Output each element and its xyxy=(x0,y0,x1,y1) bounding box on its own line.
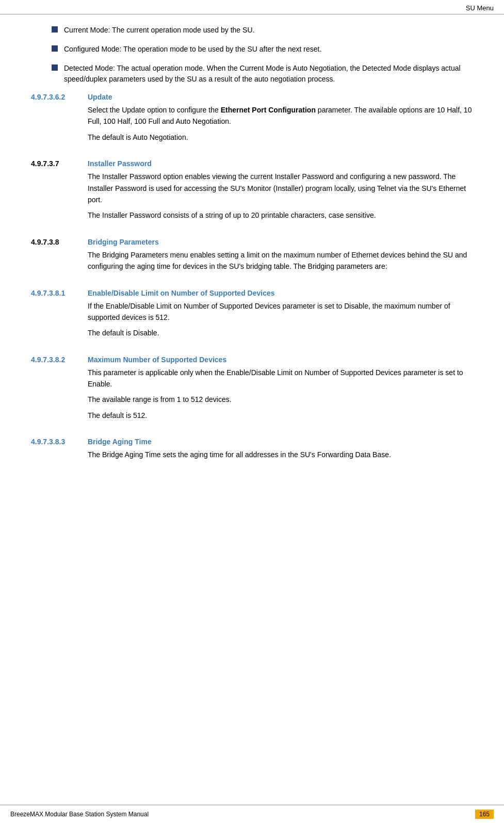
bullet-configured-mode: Configured Mode: The operation mode to b… xyxy=(31,44,473,55)
section-body-enable-disable-1: If the Enable/Disable Limit on Number of… xyxy=(88,300,473,324)
bullet-current-mode: Current Mode: The current operation mode… xyxy=(31,25,473,36)
section-number-4-9-7-3-8-2: 4.9.7.3.8.2 xyxy=(31,356,77,426)
bullet-icon-2 xyxy=(52,45,58,52)
section-body-max-devices-2: The available range is from 1 to 512 dev… xyxy=(88,394,473,405)
section-4-9-7-3-7: 4.9.7.3.7 Installer Password The Install… xyxy=(31,159,473,225)
section-body-installer-2: The Installer Password consists of a str… xyxy=(88,209,473,221)
section-content-bridge-aging: Bridge Aging Time The Bridge Aging Time … xyxy=(88,438,473,464)
footer-page-number: 165 xyxy=(475,810,494,819)
page-header-title: SU Menu xyxy=(466,4,494,12)
section-content-installer: Installer Password The Installer Passwor… xyxy=(88,159,473,225)
section-title-bridge-aging: Bridge Aging Time xyxy=(88,438,473,446)
section-4-9-7-3-8-2: 4.9.7.3.8.2 Maximum Number of Supported … xyxy=(31,356,473,426)
bullet-text-2: Configured Mode: The operation mode to b… xyxy=(64,44,321,55)
section-4-9-7-3-8: 4.9.7.3.8 Bridging Parameters The Bridgi… xyxy=(31,238,473,277)
section-4-9-7-3-6-2: 4.9.7.3.6.2 Update Select the Update opt… xyxy=(31,93,473,147)
section-body-max-devices-3: The default is 512. xyxy=(88,410,473,421)
section-body-update-1: Select the Update option to configure th… xyxy=(88,104,473,127)
section-number-4-9-7-3-8-3: 4.9.7.3.8.3 xyxy=(31,438,77,464)
bullet-text-3: Detected Mode: The actual operation mode… xyxy=(64,63,473,85)
section-number-4-9-7-3-7: 4.9.7.3.7 xyxy=(31,159,77,225)
page-header: SU Menu xyxy=(0,0,504,14)
section-4-9-7-3-8-3: 4.9.7.3.8.3 Bridge Aging Time The Bridge… xyxy=(31,438,473,464)
footer-left-text: BreezeMAX Modular Base Station System Ma… xyxy=(10,811,149,818)
page-footer: BreezeMAX Modular Base Station System Ma… xyxy=(0,804,504,823)
section-content-bridging: Bridging Parameters The Bridging Paramet… xyxy=(88,238,473,277)
section-content-update: Update Select the Update option to confi… xyxy=(88,93,473,147)
section-title-bridging: Bridging Parameters xyxy=(88,238,473,246)
section-title-max-devices: Maximum Number of Supported Devices xyxy=(88,356,473,364)
section-body-max-devices-1: This parameter is applicable only when t… xyxy=(88,367,473,390)
bullet-detected-mode: Detected Mode: The actual operation mode… xyxy=(31,63,473,85)
section-body-enable-disable-2: The default is Disable. xyxy=(88,327,473,338)
section-title-enable-disable: Enable/Disable Limit on Number of Suppor… xyxy=(88,289,473,297)
section-body-update-2: The default is Auto Negotiation. xyxy=(88,132,473,143)
bullet-icon-1 xyxy=(52,26,58,33)
section-body-installer-1: The Installer Password option enables vi… xyxy=(88,171,473,205)
section-number-4-9-7-3-6-2: 4.9.7.3.6.2 xyxy=(31,93,77,147)
section-number-4-9-7-3-8-1: 4.9.7.3.8.1 xyxy=(31,289,77,343)
section-content-enable-disable: Enable/Disable Limit on Number of Suppor… xyxy=(88,289,473,343)
bullet-text-1: Current Mode: The current operation mode… xyxy=(64,25,254,36)
section-4-9-7-3-8-1: 4.9.7.3.8.1 Enable/Disable Limit on Numb… xyxy=(31,289,473,343)
section-title-installer: Installer Password xyxy=(88,159,473,168)
section-number-4-9-7-3-8: 4.9.7.3.8 xyxy=(31,238,77,277)
section-body-bridging-1: The Bridging Parameters menu enables set… xyxy=(88,249,473,272)
content-area: Current Mode: The current operation mode… xyxy=(0,14,504,804)
page-container: SU Menu Current Mode: The current operat… xyxy=(0,0,504,823)
section-title-update: Update xyxy=(88,93,473,101)
section-content-max-devices: Maximum Number of Supported Devices This… xyxy=(88,356,473,426)
bullet-icon-3 xyxy=(52,64,58,71)
section-body-bridge-aging-1: The Bridge Aging Time sets the aging tim… xyxy=(88,449,473,460)
